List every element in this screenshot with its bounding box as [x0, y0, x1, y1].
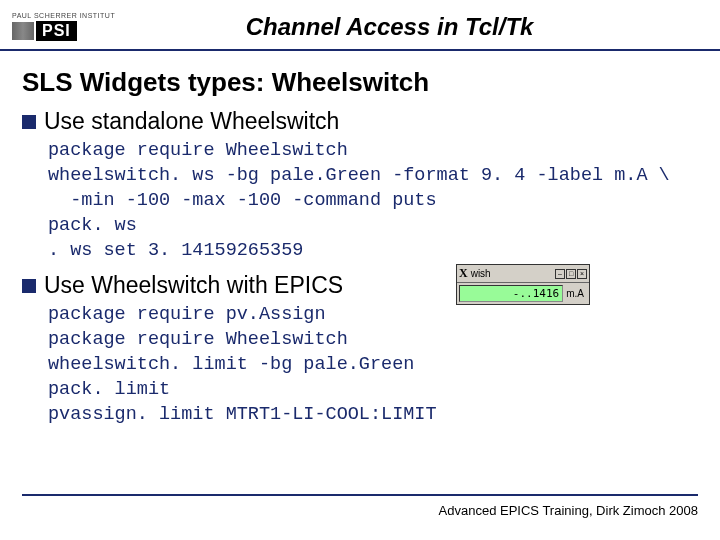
header: PAUL SCHERRER INSTITUT PSI Channel Acces… — [0, 0, 720, 51]
bullet-text: Use standalone Wheelswitch — [44, 108, 339, 135]
demo-unit-label: m.A — [563, 288, 587, 299]
demo-window-title: wish — [471, 268, 555, 279]
demo-app-icon: X — [459, 266, 468, 281]
maximize-icon: □ — [566, 269, 576, 279]
demo-body: -..1416 m.A — [457, 283, 589, 304]
psi-logo: PAUL SCHERRER INSTITUT PSI — [12, 12, 115, 41]
page-title: Channel Access in Tcl/Tk — [135, 13, 704, 41]
bullet-item: Use Wheelswitch with EPICS — [22, 272, 698, 299]
bullet-square-icon — [22, 115, 36, 129]
bullet-square-icon — [22, 279, 36, 293]
code-block-epics: package require pv.Assign package requir… — [48, 303, 698, 428]
slide-content: SLS Widgets types: Wheelswitch Use stand… — [0, 51, 720, 428]
minimize-icon: – — [555, 269, 565, 279]
demo-titlebar: X wish – □ × — [457, 265, 589, 283]
wheelswitch-demo-window: X wish – □ × -..1416 m.A — [456, 264, 590, 305]
bullet-text: Use Wheelswitch with EPICS — [44, 272, 343, 299]
logo-bar-icon — [12, 22, 34, 40]
bullet-item: Use standalone Wheelswitch — [22, 108, 698, 135]
slide-heading: SLS Widgets types: Wheelswitch — [22, 67, 698, 98]
logo-text: PSI — [36, 21, 77, 41]
code-block-standalone: package require Wheelswitch wheelswitch.… — [48, 139, 698, 264]
logo-institute-text: PAUL SCHERRER INSTITUT — [12, 12, 115, 19]
bottom-rule — [22, 494, 698, 496]
demo-display-value: -..1416 — [459, 285, 563, 302]
close-icon: × — [577, 269, 587, 279]
footer-text: Advanced EPICS Training, Dirk Zimoch 200… — [439, 503, 698, 518]
